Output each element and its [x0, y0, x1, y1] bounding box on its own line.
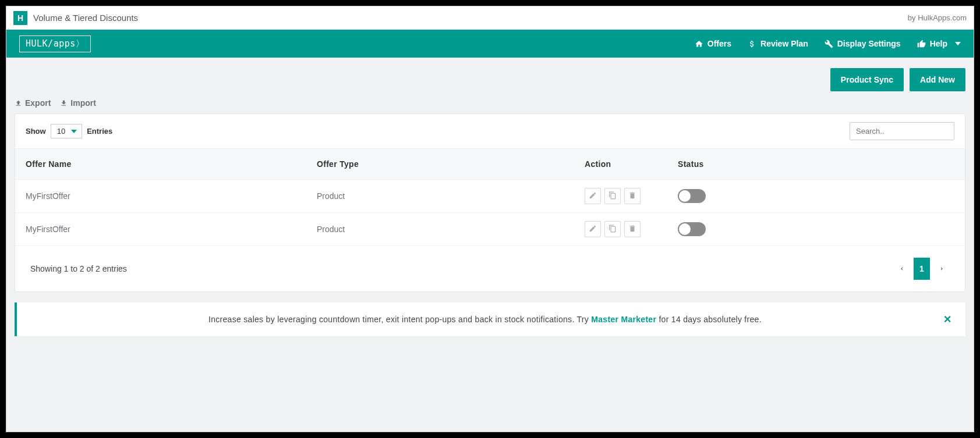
export-label: Export	[25, 98, 51, 108]
nav-display-settings-label: Display Settings	[837, 39, 901, 48]
page-size-select[interactable]: 10	[51, 124, 82, 138]
cell-offer-name: MyFirstOffer	[15, 180, 306, 213]
app-logo-icon: H	[13, 11, 27, 25]
status-toggle[interactable]	[678, 222, 706, 236]
dollar-icon	[748, 40, 756, 48]
chevron-down-icon	[955, 42, 961, 45]
app-title: Volume & Tiered Discounts	[33, 13, 908, 23]
promo-close-button[interactable]: ×	[942, 312, 954, 327]
th-offer-type: Offer Type	[306, 149, 574, 180]
cell-status	[667, 180, 965, 213]
th-action: Action	[574, 149, 667, 180]
cell-status	[667, 213, 965, 246]
nav-display-settings[interactable]: Display Settings	[825, 39, 901, 48]
chevron-left-icon	[899, 265, 905, 273]
chevron-right-icon	[939, 265, 944, 273]
trash-icon	[628, 191, 636, 201]
page-prev-button[interactable]	[894, 258, 910, 280]
pencil-icon	[589, 225, 597, 234]
top-bar: H Volume & Tiered Discounts by HulkApps.…	[6, 6, 974, 30]
page-next-button[interactable]	[933, 258, 950, 280]
delete-button[interactable]	[624, 221, 641, 237]
product-sync-button[interactable]: Product Sync	[830, 68, 904, 91]
brand-logo: HULK/apps〉	[19, 35, 91, 52]
offers-table: Offer Name Offer Type Action Status MyFi…	[15, 148, 965, 246]
add-new-button[interactable]: Add New	[910, 68, 965, 91]
thumbs-up-icon	[917, 40, 926, 48]
table-summary: Showing 1 to 2 of 2 entries	[30, 264, 127, 273]
home-icon	[695, 40, 703, 48]
cell-action	[574, 180, 667, 213]
import-label: Import	[70, 98, 96, 108]
upload-icon	[15, 99, 22, 107]
th-offer-name: Offer Name	[15, 149, 306, 180]
search-input[interactable]	[850, 122, 954, 140]
nav-bar: HULK/apps〉 Offers Review Plan Display Se…	[6, 30, 974, 58]
pencil-icon	[589, 191, 597, 201]
copy-icon	[608, 191, 617, 201]
status-toggle[interactable]	[678, 189, 706, 203]
page-1-button[interactable]: 1	[914, 258, 930, 280]
show-label: Show	[26, 127, 46, 136]
offers-card: Show 10 Entries Offer Name Offer Type Ac…	[15, 113, 965, 292]
nav-help[interactable]: Help	[917, 39, 961, 48]
nav-review-plan[interactable]: Review Plan	[748, 39, 808, 48]
table-row: MyFirstOfferProduct	[15, 213, 965, 246]
nav-review-plan-label: Review Plan	[760, 39, 808, 48]
cell-offer-type: Product	[306, 180, 574, 213]
edit-button[interactable]	[585, 188, 601, 204]
export-link[interactable]: Export	[15, 98, 51, 108]
pagination: 1	[894, 258, 950, 280]
delete-button[interactable]	[624, 188, 641, 204]
export-import-row: Export Import	[6, 91, 974, 113]
wrench-icon	[825, 40, 833, 48]
table-footer: Showing 1 to 2 of 2 entries 1	[15, 246, 965, 291]
table-row: MyFirstOfferProduct	[15, 180, 965, 213]
nav-offers-label: Offers	[707, 39, 731, 48]
nav-help-label: Help	[930, 39, 947, 48]
action-bar: Product Sync Add New	[6, 58, 974, 91]
copy-icon	[608, 225, 617, 234]
trash-icon	[628, 225, 636, 234]
promo-before: Increase sales by leveraging countdown t…	[208, 315, 591, 324]
promo-banner: Increase sales by leveraging countdown t…	[15, 302, 965, 336]
cell-action	[574, 213, 667, 246]
byline: by HulkApps.com	[908, 13, 967, 22]
download-icon	[60, 99, 68, 107]
edit-button[interactable]	[585, 221, 601, 237]
copy-button[interactable]	[604, 221, 621, 237]
promo-text: Increase sales by leveraging countdown t…	[29, 315, 942, 324]
th-status: Status	[667, 149, 965, 180]
cell-offer-name: MyFirstOffer	[15, 213, 306, 246]
import-link[interactable]: Import	[60, 98, 96, 108]
table-controls: Show 10 Entries	[15, 114, 965, 148]
entries-label: Entries	[87, 127, 112, 136]
cell-offer-type: Product	[306, 213, 574, 246]
promo-after: for 14 days absolutely free.	[656, 315, 762, 324]
copy-button[interactable]	[604, 188, 621, 204]
nav-offers[interactable]: Offers	[695, 39, 731, 48]
promo-link[interactable]: Master Marketer	[591, 315, 656, 324]
